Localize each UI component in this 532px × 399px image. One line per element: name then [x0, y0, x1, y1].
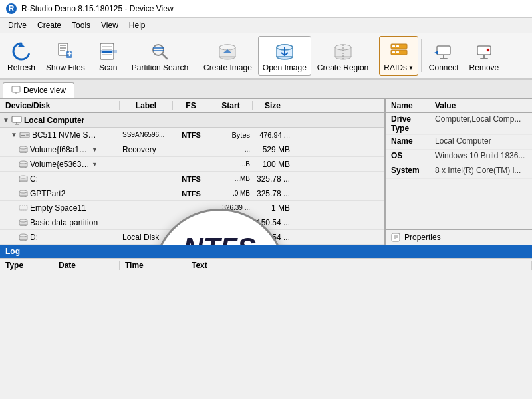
- properties-label: Properties: [404, 233, 441, 242]
- create-image-icon: [215, 39, 239, 63]
- menu-drive[interactable]: Drive: [3, 19, 32, 31]
- svg-rect-4: [60, 45, 66, 46]
- refresh-icon: [9, 39, 33, 63]
- svg-rect-47: [12, 86, 20, 92]
- right-panel-row: Name Local Computer: [386, 135, 532, 150]
- header-device: Device/Disk: [0, 101, 120, 110]
- svg-rect-17: [153, 47, 164, 49]
- right-panel-row: Drive Type Computer,Local Comp...: [386, 113, 532, 135]
- create-region-button[interactable]: Create Region: [313, 36, 373, 76]
- create-image-button[interactable]: Create Image: [199, 36, 257, 76]
- menu-create[interactable]: Create: [32, 19, 66, 31]
- table-row[interactable]: ▼ BC511 NVMe SK hyni... SS9AN6596... NTF…: [0, 128, 384, 142]
- remove-button[interactable]: Remove: [465, 36, 504, 76]
- expand-icon[interactable]: ▼: [11, 131, 17, 138]
- right-panel-footer[interactable]: Properties: [386, 229, 532, 245]
- row-device-name: D:: [30, 233, 38, 242]
- svg-rect-37: [392, 51, 395, 53]
- create-region-icon: [331, 39, 355, 63]
- open-image-button[interactable]: Open Image: [258, 36, 311, 76]
- right-header-name: Name: [386, 101, 432, 110]
- volume-icon: [19, 190, 28, 197]
- table-row[interactable]: C: NTFS ...MB 325.78 ...: [0, 172, 384, 186]
- menu-tools[interactable]: Tools: [66, 19, 96, 31]
- show-files-button[interactable]: + Show Files: [41, 36, 90, 76]
- volume-icon: [19, 146, 28, 153]
- row-device-name: BC511 NVMe SK hyni...: [32, 130, 98, 140]
- svg-point-65: [19, 176, 27, 178]
- computer-icon: [11, 116, 22, 125]
- table-row[interactable]: Volume{e5363825... ▼ ...B 100 MB: [0, 157, 384, 172]
- raids-button[interactable]: RAIDs ▼: [379, 36, 418, 76]
- partition-search-button[interactable]: Partition Search: [127, 36, 193, 76]
- svg-rect-18: [153, 50, 164, 51]
- svg-rect-13: [102, 54, 112, 55]
- svg-rect-69: [19, 205, 27, 210]
- svg-point-68: [19, 190, 27, 193]
- table-row[interactable]: Basic data partition BitL... 326.39 ... …: [0, 215, 384, 230]
- svg-rect-36: [396, 45, 399, 47]
- title-bar: R R-Studio Demo 8.15.180125 - Device Vie…: [0, 0, 532, 18]
- volume-icon: [19, 160, 28, 168]
- row-device-name: Volume{f68a1b5c-...: [30, 145, 90, 154]
- table-body: ▼ Local Computer ▼: [0, 113, 384, 245]
- svg-rect-49: [14, 94, 18, 94]
- app-icon: R: [5, 3, 17, 15]
- table-row[interactable]: D: Local Disk NTFS 326.39 ... 150.54 ...: [0, 230, 384, 245]
- table-row[interactable]: Empty Space11 326.39 ... 1 MB: [0, 201, 384, 215]
- svg-rect-14: [100, 50, 117, 53]
- svg-rect-41: [440, 58, 448, 59]
- separator-1: [196, 39, 196, 72]
- show-files-icon: +: [53, 39, 77, 63]
- row-dropdown-arrow[interactable]: ▼: [92, 146, 98, 153]
- header-fs: FS: [173, 101, 209, 110]
- volume-icon: [19, 233, 28, 241]
- right-panel: Name Value Drive Type Computer,Local Com…: [386, 99, 532, 245]
- refresh-button[interactable]: Refresh: [3, 36, 40, 76]
- svg-line-16: [162, 54, 167, 59]
- open-image-icon: [273, 39, 297, 63]
- svg-rect-44: [480, 58, 488, 59]
- svg-rect-38: [396, 51, 399, 53]
- right-panel-body: Drive Type Computer,Local Comp... Name L…: [386, 113, 532, 229]
- table-row[interactable]: Volume{f68a1b5c-... ▼ Recovery ... 529 M…: [0, 142, 384, 157]
- separator-3: [421, 39, 422, 72]
- toolbar: Refresh + Show Files: [0, 33, 532, 80]
- menu-view[interactable]: View: [96, 19, 124, 31]
- hdd-icon: [19, 131, 30, 139]
- window-title: R-Studio Demo 8.15.180125 - Device View: [21, 4, 174, 13]
- svg-point-59: [19, 146, 27, 149]
- raids-icon: [387, 39, 411, 63]
- properties-icon: [391, 233, 400, 242]
- volume-icon: [19, 175, 28, 182]
- main-content: Device/Disk Label FS Start Size ▼: [0, 99, 532, 245]
- svg-rect-52: [15, 124, 19, 125]
- row-dropdown-arrow[interactable]: ▼: [92, 161, 98, 168]
- row-device-name: Empty Space11: [30, 203, 86, 213]
- device-view-tab[interactable]: Device view: [3, 82, 74, 98]
- svg-rect-10: [102, 46, 112, 47]
- raids-dropdown-arrow[interactable]: ▼: [408, 65, 414, 71]
- svg-rect-50: [12, 116, 21, 122]
- scan-icon: [96, 39, 120, 63]
- menu-help[interactable]: Help: [124, 19, 151, 31]
- group-row-local-computer[interactable]: ▼ Local Computer: [0, 113, 384, 128]
- expand-icon[interactable]: ▼: [3, 116, 9, 124]
- table-row[interactable]: GPTPart2 NTFS .0 MB 325.78 ...: [0, 186, 384, 201]
- svg-rect-11: [102, 49, 112, 50]
- scan-button[interactable]: Scan: [91, 36, 126, 76]
- svg-point-54: [26, 134, 29, 136]
- svg-rect-35: [392, 45, 395, 47]
- svg-text:+: +: [67, 49, 72, 59]
- svg-text:R: R: [9, 4, 15, 13]
- right-panel-header: Name Value: [386, 99, 532, 113]
- volume-icon: [19, 219, 28, 226]
- partition-search-icon: [148, 39, 172, 63]
- connect-button[interactable]: Connect: [424, 36, 464, 76]
- remove-icon: [472, 39, 496, 63]
- log-footer: Type Date Time Text: [0, 258, 532, 272]
- svg-rect-55: [21, 134, 25, 134]
- left-panel: Device/Disk Label FS Start Size ▼: [0, 99, 386, 245]
- menu-bar: Drive Create Tools View Help: [0, 18, 532, 33]
- svg-point-72: [19, 219, 27, 222]
